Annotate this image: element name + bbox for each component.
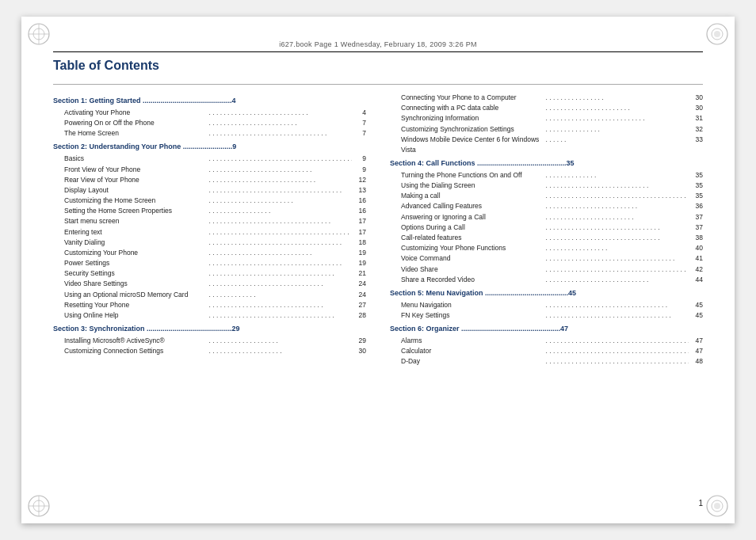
toc-entry: Share a Recorded Video . . . . . . . . .… (390, 275, 703, 285)
entry-text: Basics (64, 154, 208, 164)
corner-tr (704, 21, 730, 47)
entry-text: Power Settings (64, 258, 208, 268)
toc-entry: Vanity Dialing . . . . . . . . . . . . .… (53, 238, 366, 248)
entry-text: Using an Optional microSD Memory Card (64, 290, 208, 300)
entry-text: Customizing Your Phone Functions (401, 243, 544, 253)
entry-page: 4 (353, 108, 366, 118)
entry-page: 41 (690, 253, 703, 264)
toc-entry: Setting the Home Screen Properties . . .… (53, 206, 366, 216)
entry-text: Answering or Ignoring a Call (401, 212, 544, 222)
entry-dots: . . . . . . . . . . . . . . . . . . . . … (546, 356, 689, 367)
toc-entry: Customizing Synchronization Settings . .… (390, 124, 703, 135)
entry-dots: . . . . . . . . . . . . . . . . . . . . … (546, 275, 689, 285)
entry-page: 24 (353, 279, 366, 289)
entry-dots: . . . . . . . . . . . . . . . . . . . . … (209, 300, 353, 310)
entry-page: 40 (690, 243, 703, 253)
entry-text: Connecting with a PC data cable (401, 103, 544, 113)
entry-text: Voice Command (401, 253, 544, 264)
toc-entry: Customizing the Home Screen . . . . . . … (53, 196, 366, 206)
page-number: 1 (698, 499, 703, 508)
toc-entry: Customizing Your Phone Functions . . . .… (390, 243, 703, 253)
entry-dots: . . . . . . . . . . . . . . . . . . . . … (209, 196, 353, 206)
entry-text: Powering On or Off the Phone (64, 118, 208, 128)
entry-page: 33 (690, 135, 703, 155)
toc-entry: Call-related features . . . . . . . . . … (390, 233, 703, 243)
entry-dots: . . . . . . . . . . . . . . . . . . . . … (546, 201, 689, 211)
entry-dots: . . . . . . . . . . . . . . . . . . . . … (546, 222, 689, 233)
entry-page: 36 (690, 201, 703, 211)
entry-text: Video Share Settings (64, 279, 208, 289)
section-label: Section 3: Synchronization .............… (53, 324, 366, 335)
entry-page: 37 (690, 222, 703, 233)
entry-page: 31 (690, 113, 703, 124)
entry-page: 9 (353, 154, 366, 164)
entry-text: Front View of Your Phone (64, 165, 208, 175)
entry-page: 16 (353, 196, 366, 206)
entry-text: Options During a Call (401, 222, 544, 233)
toc-entry: Basics . . . . . . . . . . . . . . . . .… (53, 154, 366, 164)
header-divider (53, 51, 703, 52)
toc-entry: Using the Dialing Screen . . . . . . . .… (390, 181, 703, 191)
entry-page: 21 (353, 268, 366, 279)
section-label: Section 1: Getting Started .............… (53, 96, 366, 107)
section-label: Section 2: Understanding Your Phone ....… (53, 142, 366, 153)
entry-page: 30 (690, 103, 703, 113)
entry-page: 16 (353, 206, 366, 216)
section-label: Section 5: Menu Navigation .............… (390, 288, 703, 299)
entry-text: Using Online Help (64, 310, 208, 321)
entry-dots: . . . . . . . . . . . . . . . . . . . . … (546, 191, 689, 201)
entry-page: 9 (353, 165, 366, 175)
entry-dots: . . . . . . . . . . . . . . . . . . . . … (546, 336, 689, 346)
toc-entry: D-Day . . . . . . . . . . . . . . . . . … (390, 356, 703, 367)
entry-text: Calculator (401, 346, 544, 356)
toc-entry: Calculator . . . . . . . . . . . . . . .… (390, 346, 703, 356)
entry-page: 30 (690, 93, 703, 103)
entry-dots: . . . . . . . . . . . . . . . . . . . . … (546, 253, 689, 264)
toc-entry: Options During a Call . . . . . . . . . … (390, 222, 703, 233)
entry-dots: . . . . . . . . . . . . . . . . . . . . … (546, 233, 689, 243)
right-column: Connecting Your Phone to a Computer . . … (390, 93, 703, 367)
toc-entry: Powering On or Off the Phone . . . . . .… (53, 118, 366, 128)
toc-entry: Connecting with a PC data cable . . . . … (390, 103, 703, 113)
entry-page: 17 (353, 227, 366, 238)
entry-text: Customizing Synchronization Settings (401, 124, 544, 135)
entry-page: 28 (353, 310, 366, 321)
svg-point-6 (714, 31, 720, 37)
entry-page: 38 (690, 233, 703, 243)
toc-entry: Resetting Your Phone . . . . . . . . . .… (53, 300, 366, 310)
entry-page: 19 (353, 248, 366, 258)
entry-dots: . . . . . . . . . . . . . . . . . . . . … (546, 113, 689, 124)
toc-entry: Power Settings . . . . . . . . . . . . .… (53, 258, 366, 268)
entry-page: 13 (353, 185, 366, 196)
page-container: i627.book Page 1 Wednesday, February 18,… (21, 17, 735, 523)
entry-text: Setting the Home Screen Properties (64, 206, 208, 216)
entry-dots: . . . . . . . . . . . . . (209, 290, 353, 300)
entry-dots: . . . . . . . . . . . . . . . . . . . . … (209, 227, 353, 238)
entry-dots: . . . . . . . . . . . . . . . . . . . . … (209, 258, 353, 268)
entry-page: 29 (353, 336, 366, 346)
entry-dots: . . . . . . . . . . . . . . . . . . . . … (546, 103, 689, 113)
entry-text: The Home Screen (64, 128, 208, 139)
toc-entry: Rear View of Your Phone . . . . . . . . … (53, 175, 366, 185)
entry-dots: . . . . . . . . . . . . . . . . . . . . … (209, 128, 353, 139)
entry-dots: . . . . . . . . . . . . . . . . . . . . … (546, 212, 689, 222)
entry-text: Rear View of Your Phone (64, 175, 208, 185)
entry-dots: . . . . . . . . . . . . . . . . . . . . … (209, 310, 353, 321)
entry-text: Windows Mobile Device Center 6 for Windo… (401, 135, 544, 155)
entry-text: Vanity Dialing (64, 238, 208, 248)
entry-text: D-Day (401, 356, 544, 367)
toc-entry: The Home Screen . . . . . . . . . . . . … (53, 128, 366, 139)
entry-dots: . . . . . . . . . . . . . . . . . . . . … (209, 108, 353, 118)
entry-text: Start menu screen (64, 216, 208, 226)
entry-page: 35 (690, 191, 703, 201)
entry-text: Display Layout (64, 185, 208, 196)
corner-br (704, 493, 730, 519)
toc-entry: Turning the Phone Functions On and Off .… (390, 170, 703, 181)
left-column: Section 1: Getting Started .............… (53, 93, 366, 367)
entry-dots: . . . . . . . . . . . . . . . . (546, 93, 689, 103)
entry-text: Activating Your Phone (64, 108, 208, 118)
entry-dots: . . . . . . . . . . . . . . . . . (209, 206, 353, 216)
entry-page: 42 (690, 264, 703, 275)
entry-dots: . . . . . . . . . . . . . . . . . . . . … (546, 310, 689, 321)
toc-entry: Windows Mobile Device Center 6 for Windo… (390, 135, 703, 155)
